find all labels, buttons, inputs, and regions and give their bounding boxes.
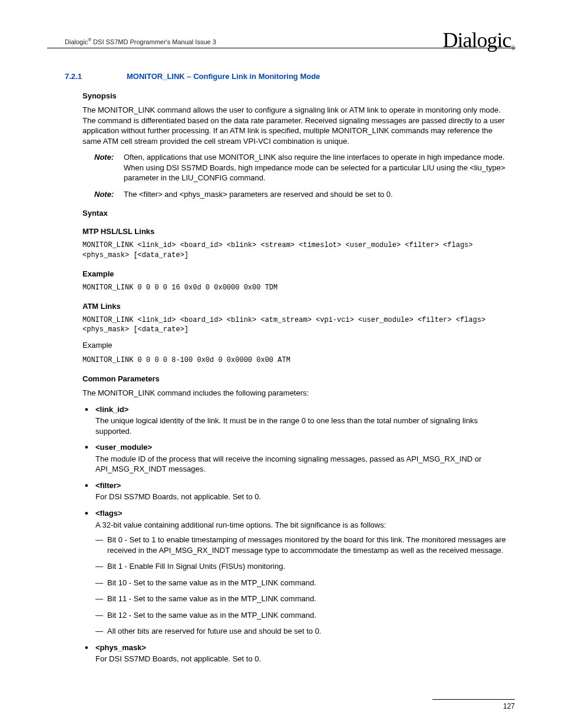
flag-bit-0: Bit 0 - Set to 1 to enable timestamping … bbox=[95, 535, 509, 555]
param-user-module: <user_module> The module ID of the proce… bbox=[82, 442, 509, 475]
param-desc: The unique logical identity of the link.… bbox=[95, 416, 509, 436]
example2-code: MONITOR_LINK 0 0 0 0 8-100 0x0d 0 0x0000… bbox=[82, 355, 509, 365]
note-2: Note: The <filter> and <phys_mask> param… bbox=[94, 189, 509, 200]
mtp-heading: MTP HSL/LSL Links bbox=[82, 227, 509, 236]
atm-heading: ATM Links bbox=[82, 302, 509, 311]
syntax-heading: Syntax bbox=[82, 209, 509, 218]
section-title: MONITOR_LINK – Configure Link in Monitor… bbox=[127, 72, 320, 81]
param-name: <filter> bbox=[95, 480, 509, 491]
section-heading: 7.2.1 MONITOR_LINK – Configure Link in M… bbox=[47, 72, 515, 81]
flag-bit-12: Bit 12 - Set to the same value as in the… bbox=[95, 610, 509, 621]
flag-bit-1: Bit 1 - Enable Fill In Signal Units (FIS… bbox=[95, 561, 509, 572]
param-desc: The module ID of the process that will r… bbox=[95, 454, 509, 475]
note-label: Note: bbox=[94, 189, 124, 200]
note-1: Note: Often, applications that use MONIT… bbox=[94, 152, 509, 183]
synopsis-text: The MONITOR_LINK command allows the user… bbox=[82, 105, 509, 146]
section-number: 7.2.1 bbox=[65, 72, 127, 81]
flag-bit-11: Bit 11 - Set to the same value as in the… bbox=[95, 594, 509, 604]
example2-heading: Example bbox=[82, 340, 509, 351]
note-1-text: Often, applications that use MONITOR_LIN… bbox=[124, 152, 509, 183]
footer-divider bbox=[432, 699, 515, 700]
flag-bit-10: Bit 10 - Set to the same value as in the… bbox=[95, 578, 509, 588]
parameter-list: <link_id> The unique logical identity of… bbox=[82, 404, 509, 664]
content-body: Synopsis The MONITOR_LINK command allows… bbox=[47, 91, 515, 664]
param-name: <phys_mask> bbox=[95, 643, 509, 653]
dialogic-logo: Dialogic® bbox=[442, 28, 515, 52]
note-2-text: The <filter> and <phys_mask> parameters … bbox=[124, 189, 509, 200]
param-link-id: <link_id> The unique logical identity of… bbox=[82, 404, 509, 437]
document-page: Dialogic® DSI SS7MD Programmer's Manual … bbox=[0, 0, 562, 728]
example1-heading: Example bbox=[82, 269, 509, 278]
example1-code: MONITOR_LINK 0 0 0 0 16 0x0d 0 0x0000 0x… bbox=[82, 283, 509, 292]
common-params-intro: The MONITOR_LINK command includes the fo… bbox=[82, 388, 509, 398]
param-desc: For DSI SS7MD Boards, not applicable. Se… bbox=[95, 492, 509, 502]
param-flags: <flags> A 32-bit value containing additi… bbox=[82, 508, 509, 637]
header-doc-title: Dialogic® DSI SS7MD Programmer's Manual … bbox=[47, 37, 216, 45]
page-number: 127 bbox=[503, 702, 515, 710]
page-header: Dialogic® DSI SS7MD Programmer's Manual … bbox=[47, 21, 515, 48]
param-filter: <filter> For DSI SS7MD Boards, not appli… bbox=[82, 480, 509, 502]
param-name: <flags> bbox=[95, 508, 509, 519]
page-footer: 127 bbox=[47, 699, 515, 710]
note-label: Note: bbox=[94, 152, 124, 183]
flags-bits-list: Bit 0 - Set to 1 to enable timestamping … bbox=[95, 535, 509, 637]
logo-text: Dialogic bbox=[442, 28, 511, 52]
logo-registered-icon: ® bbox=[511, 45, 515, 51]
param-phys-mask: <phys_mask> For DSI SS7MD Boards, not ap… bbox=[82, 643, 509, 664]
mtp-syntax-code: MONITOR_LINK <link_id> <board_id> <blink… bbox=[82, 241, 509, 259]
atm-syntax-code: MONITOR_LINK <link_id> <board_id> <blink… bbox=[82, 315, 509, 334]
synopsis-heading: Synopsis bbox=[82, 91, 509, 100]
common-params-heading: Common Parameters bbox=[82, 374, 509, 383]
header-title-prefix: Dialogic bbox=[65, 38, 88, 45]
header-title-suffix: DSI SS7MD Programmer's Manual Issue 3 bbox=[91, 38, 216, 45]
param-desc: For DSI SS7MD Boards, not applicable. Se… bbox=[95, 654, 509, 664]
param-name: <user_module> bbox=[95, 442, 509, 453]
flag-bit-other: All other bits are reserved for future u… bbox=[95, 626, 509, 637]
param-name: <link_id> bbox=[95, 404, 509, 415]
param-desc: A 32-bit value containing additional run… bbox=[95, 520, 509, 531]
